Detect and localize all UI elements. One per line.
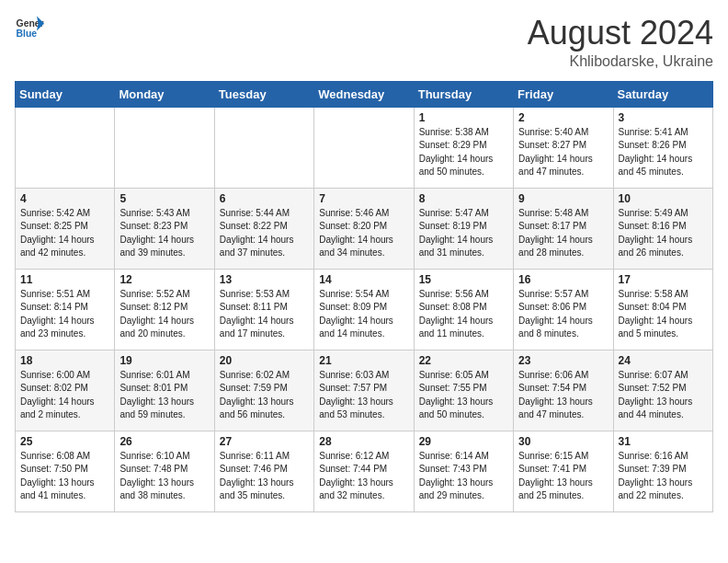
day-number: 31 [619,435,708,448]
day-number: 2 [518,111,608,124]
table-row: 26Sunrise: 6:10 AM Sunset: 7:48 PM Dayli… [115,431,214,511]
day-info: Sunrise: 6:16 AM Sunset: 7:39 PM Dayligh… [619,450,708,503]
day-number: 11 [20,273,109,286]
calendar-week-5: 25Sunrise: 6:08 AM Sunset: 7:50 PM Dayli… [16,431,713,511]
day-info: Sunrise: 6:07 AM Sunset: 7:52 PM Dayligh… [619,369,708,422]
day-number: 12 [119,273,209,286]
day-info: Sunrise: 5:42 AM Sunset: 8:25 PM Dayligh… [20,207,109,260]
calendar-week-2: 4Sunrise: 5:42 AM Sunset: 8:25 PM Daylig… [16,188,713,269]
table-row [314,107,414,188]
day-info: Sunrise: 6:12 AM Sunset: 7:44 PM Dayligh… [319,450,408,503]
col-saturday: Saturday [613,81,712,107]
table-row [115,107,214,188]
day-info: Sunrise: 6:05 AM Sunset: 7:55 PM Dayligh… [419,369,508,422]
table-row: 7Sunrise: 5:46 AM Sunset: 8:20 PM Daylig… [314,188,414,269]
day-number: 26 [119,435,209,448]
day-number: 24 [619,354,708,367]
table-row: 16Sunrise: 5:57 AM Sunset: 8:06 PM Dayli… [514,269,613,350]
table-row: 6Sunrise: 5:44 AM Sunset: 8:22 PM Daylig… [214,188,313,269]
table-row: 22Sunrise: 6:05 AM Sunset: 7:55 PM Dayli… [414,350,513,431]
day-number: 30 [518,435,608,448]
day-info: Sunrise: 5:43 AM Sunset: 8:23 PM Dayligh… [119,207,209,260]
day-number: 16 [518,273,608,286]
calendar-week-4: 18Sunrise: 6:00 AM Sunset: 8:02 PM Dayli… [16,350,713,431]
day-info: Sunrise: 5:44 AM Sunset: 8:22 PM Dayligh… [220,207,309,260]
day-info: Sunrise: 5:40 AM Sunset: 8:27 PM Dayligh… [518,126,608,179]
day-number: 10 [619,192,708,205]
table-row: 19Sunrise: 6:01 AM Sunset: 8:01 PM Dayli… [115,350,214,431]
table-row: 11Sunrise: 5:51 AM Sunset: 8:14 PM Dayli… [16,269,115,350]
svg-text:Blue: Blue [17,29,38,39]
location-subtitle: Khlibodarske, Ukraine [528,53,713,70]
table-row: 13Sunrise: 5:53 AM Sunset: 8:11 PM Dayli… [214,269,313,350]
day-info: Sunrise: 6:11 AM Sunset: 7:46 PM Dayligh… [220,450,309,503]
table-row: 5Sunrise: 5:43 AM Sunset: 8:23 PM Daylig… [115,188,214,269]
day-info: Sunrise: 6:01 AM Sunset: 8:01 PM Dayligh… [119,369,209,422]
calendar-week-1: 1Sunrise: 5:38 AM Sunset: 8:29 PM Daylig… [16,107,713,188]
day-number: 4 [20,192,109,205]
day-number: 25 [20,435,109,448]
table-row [214,107,313,188]
page-header: General Blue August 2024 Khlibodarske, U… [15,15,713,70]
logo: General Blue [15,15,44,40]
table-row: 25Sunrise: 6:08 AM Sunset: 7:50 PM Dayli… [16,431,115,511]
day-info: Sunrise: 5:52 AM Sunset: 8:12 PM Dayligh… [119,288,209,341]
day-number: 29 [419,435,508,448]
day-number: 1 [419,111,508,124]
day-info: Sunrise: 5:49 AM Sunset: 8:16 PM Dayligh… [619,207,708,260]
day-info: Sunrise: 6:08 AM Sunset: 7:50 PM Dayligh… [20,450,109,503]
table-row: 29Sunrise: 6:14 AM Sunset: 7:43 PM Dayli… [414,431,513,511]
calendar-table: Sunday Monday Tuesday Wednesday Thursday… [15,81,713,512]
day-info: Sunrise: 5:58 AM Sunset: 8:04 PM Dayligh… [619,288,708,341]
day-info: Sunrise: 5:47 AM Sunset: 8:19 PM Dayligh… [419,207,508,260]
day-number: 22 [419,354,508,367]
table-row: 24Sunrise: 6:07 AM Sunset: 7:52 PM Dayli… [613,350,712,431]
table-row: 17Sunrise: 5:58 AM Sunset: 8:04 PM Dayli… [613,269,712,350]
col-thursday: Thursday [414,81,513,107]
table-row: 23Sunrise: 6:06 AM Sunset: 7:54 PM Dayli… [514,350,613,431]
table-row: 4Sunrise: 5:42 AM Sunset: 8:25 PM Daylig… [16,188,115,269]
day-info: Sunrise: 5:54 AM Sunset: 8:09 PM Dayligh… [319,288,408,341]
day-number: 13 [220,273,309,286]
table-row: 28Sunrise: 6:12 AM Sunset: 7:44 PM Dayli… [314,431,414,511]
day-number: 15 [419,273,508,286]
day-number: 7 [319,192,408,205]
day-info: Sunrise: 6:10 AM Sunset: 7:48 PM Dayligh… [119,450,209,503]
calendar-week-3: 11Sunrise: 5:51 AM Sunset: 8:14 PM Dayli… [16,269,713,350]
day-number: 27 [220,435,309,448]
table-row: 8Sunrise: 5:47 AM Sunset: 8:19 PM Daylig… [414,188,513,269]
table-row: 20Sunrise: 6:02 AM Sunset: 7:59 PM Dayli… [214,350,313,431]
table-row: 1Sunrise: 5:38 AM Sunset: 8:29 PM Daylig… [414,107,513,188]
table-row: 3Sunrise: 5:41 AM Sunset: 8:26 PM Daylig… [613,107,712,188]
table-row: 10Sunrise: 5:49 AM Sunset: 8:16 PM Dayli… [613,188,712,269]
day-info: Sunrise: 6:02 AM Sunset: 7:59 PM Dayligh… [220,369,309,422]
day-number: 18 [20,354,109,367]
table-row: 2Sunrise: 5:40 AM Sunset: 8:27 PM Daylig… [514,107,613,188]
day-number: 28 [319,435,408,448]
table-row: 27Sunrise: 6:11 AM Sunset: 7:46 PM Dayli… [214,431,313,511]
day-number: 9 [518,192,608,205]
day-info: Sunrise: 5:57 AM Sunset: 8:06 PM Dayligh… [518,288,608,341]
day-info: Sunrise: 6:03 AM Sunset: 7:57 PM Dayligh… [319,369,408,422]
day-info: Sunrise: 5:51 AM Sunset: 8:14 PM Dayligh… [20,288,109,341]
table-row: 18Sunrise: 6:00 AM Sunset: 8:02 PM Dayli… [16,350,115,431]
day-info: Sunrise: 5:56 AM Sunset: 8:08 PM Dayligh… [419,288,508,341]
table-row: 9Sunrise: 5:48 AM Sunset: 8:17 PM Daylig… [514,188,613,269]
day-number: 14 [319,273,408,286]
col-friday: Friday [514,81,613,107]
day-info: Sunrise: 5:48 AM Sunset: 8:17 PM Dayligh… [518,207,608,260]
day-info: Sunrise: 5:46 AM Sunset: 8:20 PM Dayligh… [319,207,408,260]
day-number: 3 [619,111,708,124]
col-monday: Monday [115,81,214,107]
title-block: August 2024 Khlibodarske, Ukraine [528,15,713,70]
table-row: 31Sunrise: 6:16 AM Sunset: 7:39 PM Dayli… [613,431,712,511]
day-info: Sunrise: 6:15 AM Sunset: 7:41 PM Dayligh… [518,450,608,503]
table-row: 15Sunrise: 5:56 AM Sunset: 8:08 PM Dayli… [414,269,513,350]
logo-icon: General Blue [15,15,44,40]
col-tuesday: Tuesday [214,81,313,107]
day-number: 8 [419,192,508,205]
col-wednesday: Wednesday [314,81,414,107]
day-info: Sunrise: 5:53 AM Sunset: 8:11 PM Dayligh… [220,288,309,341]
day-number: 23 [518,354,608,367]
table-row: 14Sunrise: 5:54 AM Sunset: 8:09 PM Dayli… [314,269,414,350]
